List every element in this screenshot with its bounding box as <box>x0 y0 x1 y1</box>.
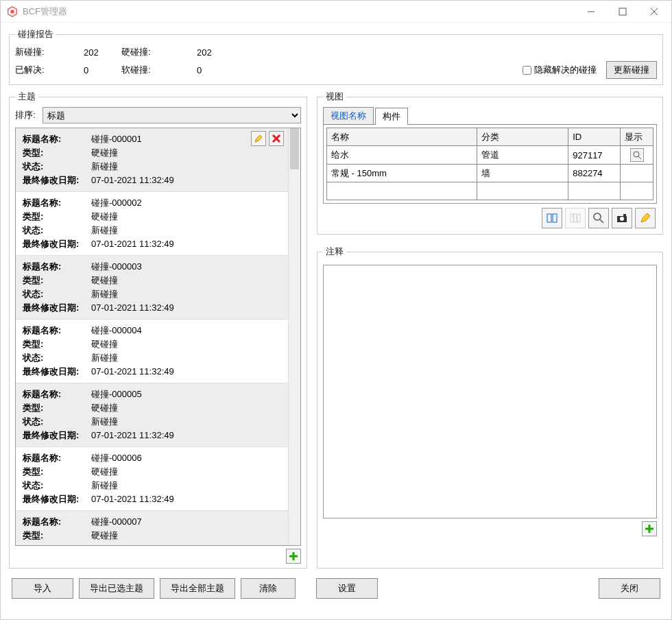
cell-name: 给水 <box>327 146 477 165</box>
hard-collision-label: 硬碰撞: <box>121 46 197 58</box>
add-topic-button[interactable] <box>286 549 301 564</box>
field-value: 硬碰撞 <box>91 146 118 160</box>
field-value: 07-01-2021 11:32:49 <box>91 301 174 315</box>
svg-point-21 <box>620 217 624 221</box>
field-value: 新碰撞 <box>91 160 118 174</box>
topic-item[interactable]: 标题名称:碰撞-000005类型:硬碰撞状态:新碰撞最终修改日期:07-01-2… <box>16 383 288 447</box>
field-value: 硬碰撞 <box>91 529 118 542</box>
delete-topic-icon[interactable] <box>269 131 284 146</box>
tab-view-name[interactable]: 视图名称 <box>323 107 374 124</box>
notes-area[interactable] <box>323 265 657 518</box>
field-label: 类型: <box>23 337 91 351</box>
field-value: 07-01-2021 11:32:49 <box>91 492 174 506</box>
camera-icon[interactable] <box>612 208 632 228</box>
add-note-button[interactable] <box>642 521 657 536</box>
field-value: 碰撞-000002 <box>91 196 142 210</box>
field-value: 07-01-2021 11:32:49 <box>91 174 174 187</box>
field-label: 最终修改日期: <box>23 174 91 187</box>
field-label: 类型: <box>23 529 91 542</box>
export-selected-button[interactable]: 导出已选主题 <box>79 578 154 599</box>
magnify-icon[interactable] <box>630 148 644 162</box>
edit-icon[interactable] <box>635 208 656 228</box>
topic-item[interactable]: 标题名称:碰撞-000001类型:硬碰撞状态:新碰撞最终修改日期:07-01-2… <box>16 128 288 192</box>
field-value: 新碰撞 <box>91 479 118 492</box>
svg-marker-23 <box>641 213 650 222</box>
svg-rect-14 <box>553 214 557 222</box>
settings-button[interactable]: 设置 <box>316 578 378 599</box>
sort-label: 排序: <box>15 109 43 121</box>
sort-select[interactable]: 标题 <box>43 107 301 123</box>
field-label: 最终修改日期: <box>23 365 91 379</box>
component-table: 名称 分类 ID 显示 给水管道927117常规 - 150mm墙882274 <box>326 128 653 200</box>
clear-button[interactable]: 清除 <box>241 578 296 599</box>
svg-point-11 <box>634 152 639 157</box>
cell-show[interactable] <box>621 146 653 165</box>
topic-item[interactable]: 标题名称:碰撞-000006类型:硬碰撞状态:新碰撞最终修改日期:07-01-2… <box>16 447 288 511</box>
field-value: 硬碰撞 <box>91 337 118 351</box>
svg-rect-15 <box>571 214 573 222</box>
minimize-button[interactable] <box>575 1 607 22</box>
svg-line-19 <box>600 219 603 223</box>
col-show[interactable]: 显示 <box>621 128 653 146</box>
edit-topic-icon[interactable] <box>251 131 266 146</box>
field-value: 07-01-2021 11:32:49 <box>91 429 174 442</box>
topics-legend: 主题 <box>15 91 38 103</box>
hide-solved-input[interactable] <box>523 66 531 75</box>
svg-point-1 <box>10 10 14 13</box>
field-label: 状态: <box>23 351 91 365</box>
cell-id: 927117 <box>568 146 621 165</box>
field-label: 类型: <box>23 210 91 224</box>
field-label: 标题名称: <box>23 260 91 274</box>
field-value: 碰撞-000005 <box>91 388 142 401</box>
import-button[interactable]: 导入 <box>12 578 73 599</box>
field-value: 硬碰撞 <box>91 210 118 224</box>
hide-solved-checkbox[interactable]: 隐藏解决的碰撞 <box>523 64 597 76</box>
cell-show[interactable] <box>621 165 653 182</box>
table-row[interactable]: 常规 - 150mm墙882274 <box>327 165 653 182</box>
close-window-button[interactable] <box>638 1 670 22</box>
scrollbar-thumb[interactable] <box>290 128 299 169</box>
col-id[interactable]: ID <box>568 128 621 146</box>
topics-group: 主题 排序: 标题 标题名称:碰撞-000001类型:硬碰撞状态:新碰撞最终修改… <box>9 91 307 569</box>
maximize-button[interactable] <box>607 1 638 22</box>
table-row[interactable]: 给水管道927117 <box>327 146 653 165</box>
export-all-button[interactable]: 导出全部主题 <box>160 578 235 599</box>
field-value: 硬碰撞 <box>91 401 118 415</box>
titlebar: BCF管理器 <box>1 1 671 23</box>
field-label: 最终修改日期: <box>23 492 91 506</box>
soft-collision-value: 0 <box>197 65 523 75</box>
view-tool-1[interactable] <box>542 208 562 228</box>
collision-report-group: 碰撞报告 新碰撞: 202 硬碰撞: 202 已解决: 0 软碰撞: 0 隐藏解… <box>9 28 663 85</box>
topic-list[interactable]: 标题名称:碰撞-000001类型:硬碰撞状态:新碰撞最终修改日期:07-01-2… <box>16 128 288 545</box>
svg-point-18 <box>594 213 601 220</box>
topic-item[interactable]: 标题名称:碰撞-000002类型:硬碰撞状态:新碰撞最终修改日期:07-01-2… <box>16 192 288 256</box>
update-collision-button[interactable]: 更新碰撞 <box>606 61 657 79</box>
cell-name: 常规 - 150mm <box>327 165 477 182</box>
topic-item[interactable]: 标题名称:碰撞-000007类型:硬碰撞 <box>16 511 288 545</box>
field-label: 状态: <box>23 479 91 492</box>
svg-rect-13 <box>547 214 551 222</box>
field-label: 标题名称: <box>23 196 91 210</box>
svg-rect-3 <box>619 8 626 15</box>
svg-marker-6 <box>255 135 262 142</box>
topic-scrollbar[interactable] <box>288 128 300 545</box>
zoom-icon[interactable] <box>588 208 609 228</box>
table-row-empty <box>327 182 653 200</box>
app-icon <box>6 5 19 18</box>
topic-item[interactable]: 标题名称:碰撞-000004类型:硬碰撞状态:新碰撞最终修改日期:07-01-2… <box>16 320 288 383</box>
field-value: 新碰撞 <box>91 351 118 365</box>
field-value: 新碰撞 <box>91 287 118 301</box>
topic-item[interactable]: 标题名称:碰撞-000003类型:硬碰撞状态:新碰撞最终修改日期:07-01-2… <box>16 256 288 320</box>
close-button[interactable]: 关闭 <box>599 578 660 599</box>
col-category[interactable]: 分类 <box>477 128 568 146</box>
col-name[interactable]: 名称 <box>327 128 477 146</box>
field-value: 碰撞-000001 <box>91 132 142 146</box>
new-collision-label: 新碰撞: <box>15 46 84 58</box>
field-label: 类型: <box>23 146 91 160</box>
hide-solved-label: 隐藏解决的碰撞 <box>534 64 597 76</box>
tab-component[interactable]: 构件 <box>375 108 408 125</box>
solved-value: 0 <box>84 65 121 75</box>
field-label: 状态: <box>23 287 91 301</box>
notes-group: 注释 <box>317 246 663 569</box>
field-value: 碰撞-000004 <box>91 324 142 337</box>
